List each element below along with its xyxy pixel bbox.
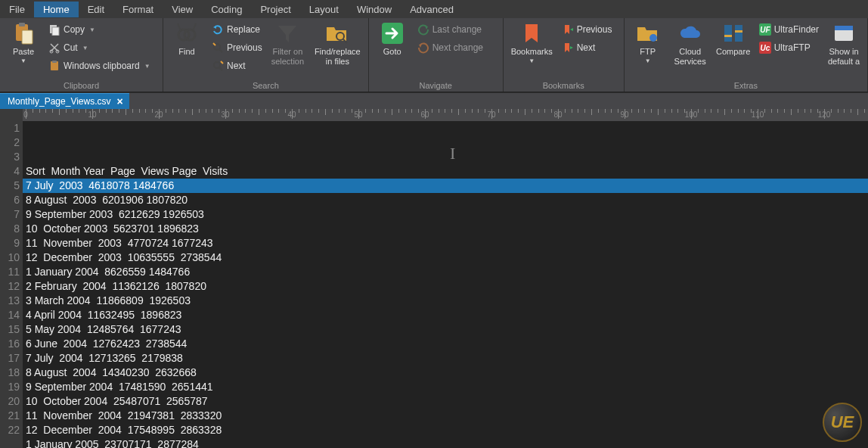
cloud-icon <box>678 21 702 45</box>
menu-item-advanced[interactable]: Advanced <box>401 2 463 17</box>
find-label: Find <box>178 47 194 57</box>
bookmark-next-button[interactable]: Next <box>560 39 614 56</box>
editor-line[interactable]: 11 November 2004 21947381 2833320 <box>23 409 868 423</box>
bookmark-next-icon <box>562 42 574 54</box>
line-number-gutter: 12345678910111213141516171819202122 <box>0 121 23 448</box>
line-number: 17 <box>0 351 20 366</box>
menu-item-layout[interactable]: Layout <box>300 2 348 17</box>
bookmarks-button[interactable]: Bookmarks ▼ <box>508 20 556 66</box>
next-change-button[interactable]: Next change <box>416 39 485 56</box>
windows-clipboard-button[interactable]: Windows clipboard ▼ <box>47 58 152 74</box>
ribbon-group-navigate: Goto Last change Next change Navigate <box>369 18 504 92</box>
editor-line[interactable]: 11 November 2003 4770724 1677243 <box>23 236 868 250</box>
filter-on-selection-button[interactable]: Filter on selection <box>268 20 307 68</box>
editor-line[interactable]: 1 January 2004 8626559 1484766 <box>23 265 868 279</box>
cloud-label: Cloud Services <box>674 47 706 67</box>
editor-line[interactable]: 1 January 2005 23707171 2877284 <box>23 437 868 448</box>
editor-line[interactable]: 4 April 2004 11632495 1896823 <box>23 308 868 322</box>
copy-button[interactable]: Copy ▼ <box>47 21 152 38</box>
paste-button[interactable]: Paste ▼ <box>5 20 42 66</box>
svg-rect-1 <box>19 23 25 26</box>
editor-line[interactable]: 7 July 2004 12713265 2179838 <box>23 351 868 366</box>
menu-item-home[interactable]: Home <box>34 2 79 17</box>
editor-line[interactable]: 8 August 2004 14340230 2632668 <box>23 366 868 380</box>
line-number: 1 <box>0 121 20 135</box>
editor-line[interactable]: 10 October 2004 25487071 2565787 <box>23 394 868 409</box>
svg-rect-23 <box>735 30 742 33</box>
ruler-tick-label: 40 <box>287 110 296 119</box>
editor-line[interactable]: 12 December 2003 10635555 2738544 <box>23 250 868 265</box>
text-editor[interactable]: I Sort Month Year Page Views Page Visits… <box>23 121 868 448</box>
find-next-button[interactable]: Next <box>210 58 264 74</box>
line-number: 13 <box>0 294 20 308</box>
cut-icon <box>48 42 60 54</box>
menu-bar: FileHomeEditFormatViewCodingProjectLayou… <box>0 0 868 18</box>
close-icon[interactable]: × <box>117 98 123 105</box>
svg-text:Uc: Uc <box>760 44 770 52</box>
editor-line[interactable]: 12 December 2004 17548995 2863328 <box>23 423 868 437</box>
svg-line-16 <box>219 67 222 70</box>
cut-button[interactable]: Cut ▼ <box>47 39 152 56</box>
menu-item-file[interactable]: File <box>0 2 34 17</box>
menu-item-window[interactable]: Window <box>348 2 401 17</box>
line-number: 7 <box>0 207 20 222</box>
editor-line[interactable]: 3 March 2004 11866809 1926503 <box>23 294 868 308</box>
menu-item-edit[interactable]: Edit <box>79 2 113 17</box>
editor-line[interactable]: 9 September 2004 17481590 2651441 <box>23 380 868 394</box>
filter-label: Filter on selection <box>271 47 304 67</box>
line-number: 14 <box>0 308 20 322</box>
compare-label: Compare <box>716 47 750 57</box>
windows-clipboard-label: Windows clipboard <box>64 61 140 71</box>
editor-line[interactable]: 6 June 2004 12762423 2738544 <box>23 337 868 351</box>
editor-line[interactable]: 10 October 2003 5623701 1896823 <box>23 222 868 236</box>
last-change-button[interactable]: Last change <box>416 21 485 38</box>
ultrafinder-button[interactable]: UF UltraFinder <box>758 21 820 38</box>
line-number: 22 <box>0 423 20 437</box>
svg-point-15 <box>214 62 220 68</box>
ribbon-group-extras: FTP ▼ Cloud Services Compare UF UltraFin… <box>625 18 868 92</box>
menu-item-format[interactable]: Format <box>113 2 163 17</box>
bookmark-previous-label: Previous <box>577 24 612 35</box>
line-number: 3 <box>0 150 20 164</box>
compare-button[interactable]: Compare <box>714 20 753 58</box>
editor-line[interactable]: 2 February 2004 11362126 1807820 <box>23 279 868 294</box>
menu-item-coding[interactable]: Coding <box>202 2 251 17</box>
dropdown-arrow-icon: ▼ <box>20 58 26 64</box>
ultrafinder-icon: UF <box>759 23 771 36</box>
find-replace-in-files-button[interactable]: Find/replace in files <box>312 20 364 68</box>
ftp-button[interactable]: FTP ▼ <box>629 20 667 66</box>
editor-line[interactable]: 5 May 2004 12485764 1677243 <box>23 322 868 337</box>
svg-line-11 <box>178 23 181 31</box>
svg-rect-24 <box>724 35 732 37</box>
cloud-services-button[interactable]: Cloud Services <box>671 20 709 68</box>
ultraftp-icon: Uc <box>759 42 771 54</box>
ruler-tick-label: 50 <box>354 110 362 119</box>
svg-rect-21 <box>724 25 732 42</box>
dropdown-arrow-icon: ▼ <box>645 58 651 64</box>
editor-line[interactable]: 7 July 2003 4618078 1484766 <box>23 179 868 193</box>
watermark-logo: UE <box>823 403 862 442</box>
replace-button[interactable]: Replace <box>210 21 264 38</box>
arrow-left-icon <box>417 23 429 36</box>
clipboard-icon <box>48 60 60 72</box>
svg-point-20 <box>649 34 657 42</box>
goto-button[interactable]: Goto <box>374 20 411 58</box>
find-button[interactable]: Find <box>168 20 206 58</box>
find-next-label: Next <box>227 61 246 71</box>
ruler-tick-label: 120 <box>818 110 831 119</box>
ribbon-group-label: Clipboard <box>5 79 158 92</box>
find-previous-button[interactable]: Previous <box>210 39 264 56</box>
app-window-icon <box>832 21 856 45</box>
ultraftp-button[interactable]: Uc UltraFTP <box>758 39 820 56</box>
bookmark-previous-button[interactable]: Previous <box>560 21 614 38</box>
dropdown-arrow-icon: ▼ <box>82 45 88 51</box>
ribbon: Paste ▼ Copy ▼ Cut ▼ Windows clipboard ▼ <box>0 18 868 92</box>
show-in-default-button[interactable]: Show in default a <box>825 20 863 68</box>
editor-line[interactable]: 9 September 2003 6212629 1926503 <box>23 207 868 222</box>
document-tab[interactable]: Monthly_Page_Views.csv × <box>0 93 129 109</box>
menu-item-view[interactable]: View <box>163 2 202 17</box>
editor-line[interactable]: Sort Month Year Page Views Page Visits <box>23 164 868 179</box>
editor-line[interactable]: 8 August 2003 6201906 1807820 <box>23 193 868 207</box>
goto-icon <box>380 21 405 45</box>
menu-item-project[interactable]: Project <box>251 2 299 17</box>
